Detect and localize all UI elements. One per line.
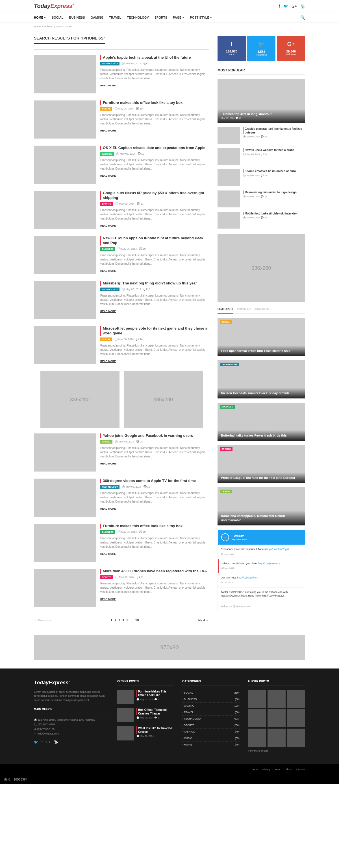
banner-ad[interactable]: 970x90 [34, 634, 305, 660]
recent-post[interactable]: Furniture Makes This Office Look Like🕐 M… [117, 690, 174, 704]
read-more-link[interactable]: READ MORE [100, 507, 116, 510]
article-thumbnail[interactable] [34, 236, 96, 274]
tab-popular[interactable]: POPULAR [237, 308, 251, 313]
recent-post[interactable]: What It's Like to Travel to Greece🕐 May … [117, 726, 174, 740]
category-item[interactable]: FASHION(49) [182, 728, 239, 735]
category-item[interactable]: SOCIAL(250) [182, 690, 239, 696]
footer-link[interactable]: Privacy [262, 768, 270, 771]
featured-item[interactable]: SOCIALFeds open formal probe into Tesla … [218, 318, 305, 356]
article-title[interactable]: Apple's haptic tech is a peak at the UI … [100, 55, 209, 60]
category-item[interactable]: TRAVEL(50) [182, 709, 239, 716]
pagination-next[interactable]: Next → [198, 619, 209, 622]
article-title[interactable]: OS X EL Capitan release date and expecta… [100, 146, 209, 150]
article-thumbnail[interactable] [34, 478, 96, 517]
article-title[interactable]: 360-degree videos come to Apple TV for t… [100, 478, 209, 484]
footer-logo[interactable]: TodayExpress● [34, 680, 108, 686]
flickr-thumb[interactable] [287, 709, 305, 727]
flickr-thumb[interactable] [287, 690, 305, 708]
recent-post[interactable]: Box Office: 'Refueled' Crashes Theater🕐 … [117, 708, 174, 722]
category-badge[interactable]: TECHNOLOGY [100, 62, 119, 65]
popular-item[interactable]: Mesmerizing minimalist to logo design🕐 M… [218, 190, 305, 208]
category-item[interactable]: BUSINESS(68) [182, 696, 239, 703]
footer-link[interactable]: Contact [296, 768, 305, 771]
social-box[interactable]: f156,570Fans [218, 36, 246, 61]
category-badge[interactable]: SOCIAL [100, 107, 112, 111]
popular-hero[interactable]: Flames top Jets in long shootout May 06,… [218, 79, 305, 123]
popular-item[interactable]: Gravida placerat turti lacinia netus fac… [218, 127, 305, 144]
tweet-link[interactable]: http://t.co/8pNThgI8 [266, 548, 289, 551]
nav-item-gaming[interactable]: GAMING [91, 16, 104, 19]
read-more-link[interactable]: READ MORE [100, 598, 116, 600]
twitter-icon[interactable]: 🐦 [283, 4, 288, 8]
article-title[interactable]: Yahoo joins Google and Facebook in warni… [100, 433, 209, 438]
read-more-link[interactable]: READ MORE [100, 84, 116, 87]
page-number[interactable]: 3 [119, 619, 120, 622]
article-thumbnail[interactable] [34, 100, 96, 138]
flickr-thumb[interactable] [248, 728, 266, 747]
article-title[interactable]: Mossberg: The next big thing didn't show… [100, 281, 209, 286]
page-number[interactable]: ... [131, 619, 133, 622]
social-box[interactable]: 🐦3,562Followers [247, 36, 276, 61]
tweet-link[interactable]: http://t.co/Ljp4k6A [237, 576, 258, 579]
popular-item[interactable]: Should creatives be unionized or euro🕐 M… [218, 169, 305, 186]
ad-box-2[interactable]: 336x280 [124, 371, 203, 428]
featured-item[interactable]: TECHNOLOGYNielsen forecasts smaller Blac… [218, 360, 305, 398]
category-badge[interactable]: TECHNOLOGY [100, 485, 119, 489]
flickr-thumb[interactable] [287, 728, 305, 747]
category-badge[interactable]: SPORTS [100, 202, 113, 206]
featured-item[interactable]: SPORTSPremier League: the race for the t… [218, 445, 305, 483]
category-badge[interactable]: TECHNOLOGY [100, 287, 119, 291]
footer-link[interactable]: About [285, 768, 292, 771]
tweet-link[interactable]: http://t.co/peR9aF2 [258, 562, 280, 565]
article-title[interactable]: Furniture makes this office look like a … [100, 524, 209, 529]
nav-item-travel[interactable]: TRAVEL [109, 16, 121, 19]
article-title[interactable]: New 3D Touch apps on iPhone hint at futu… [100, 236, 209, 246]
popular-item[interactable]: How to use a website to then a brand🕐 Ma… [218, 148, 305, 165]
category-badge[interactable]: BUSINESS [100, 247, 115, 251]
logo[interactable]: TodayExpress● [34, 3, 74, 9]
article-title[interactable]: Furniture makes this office look like a … [100, 100, 209, 105]
read-more-link[interactable]: READ MORE [100, 360, 116, 363]
flickr-thumb[interactable] [267, 690, 286, 708]
read-more-link[interactable]: READ MORE [100, 175, 116, 177]
nav-item-home[interactable]: HOME▼ [34, 16, 46, 19]
social-box[interactable]: G+29,546Followers [277, 36, 305, 61]
article-thumbnail[interactable] [34, 433, 96, 471]
google-plus-icon[interactable]: G+ [291, 4, 297, 8]
category-badge[interactable]: SPORTS [100, 576, 113, 579]
article-thumbnail[interactable] [34, 326, 96, 364]
article-title[interactable]: More than 45,000 drones have been regist… [100, 569, 209, 574]
ad-box-1[interactable]: 336x280 [40, 371, 119, 428]
page-number[interactable]: 1 [110, 619, 112, 622]
read-more-link[interactable]: READ MORE [100, 270, 116, 272]
read-more-link[interactable]: READ MORE [100, 462, 116, 465]
article-thumbnail[interactable] [34, 146, 96, 184]
featured-item[interactable]: TRAVELBarcelona unstoppable, Manchester … [218, 487, 305, 525]
page-number[interactable]: 2 [114, 619, 116, 622]
category-item[interactable]: GAMING(108) [182, 703, 239, 709]
read-more-link[interactable]: READ MORE [100, 129, 116, 132]
flickr-thumb[interactable] [248, 709, 266, 727]
category-badge[interactable]: SOCIAL [100, 338, 112, 341]
article-title[interactable]: Google cuts Nexus 6P price by $50 & offe… [100, 191, 209, 200]
article-thumbnail[interactable] [34, 191, 96, 229]
article-thumbnail[interactable] [34, 55, 96, 93]
facebook-icon[interactable]: f [41, 740, 43, 744]
category-badge[interactable]: BUSINESS [100, 530, 115, 534]
nav-item-social[interactable]: SOCIAL [52, 16, 63, 19]
category-item[interactable]: TECHNOLOGY(603) [182, 716, 239, 722]
flickr-more-link[interactable]: View more photos → [248, 749, 272, 752]
article-thumbnail[interactable] [34, 569, 96, 607]
flickr-thumb[interactable] [267, 728, 286, 747]
facebook-icon[interactable]: f [279, 4, 280, 8]
footer-link[interactable]: Term [252, 768, 258, 771]
rss-icon[interactable]: 📡 [54, 740, 58, 744]
pagination-prev[interactable]: ← Previous [34, 619, 51, 622]
nav-item-post style[interactable]: POST STYLE▼ [190, 16, 212, 19]
featured-item[interactable]: BUSINESSButterball talks turkey Fewer fr… [218, 403, 305, 441]
google-plus-icon[interactable]: G+ [46, 740, 50, 744]
nav-item-technology[interactable]: TECHNOLOGY [127, 16, 149, 19]
page-number[interactable]: 5 [126, 619, 128, 622]
category-badge[interactable]: TRAVEL [100, 440, 112, 443]
read-more-link[interactable]: READ MORE [100, 553, 116, 555]
